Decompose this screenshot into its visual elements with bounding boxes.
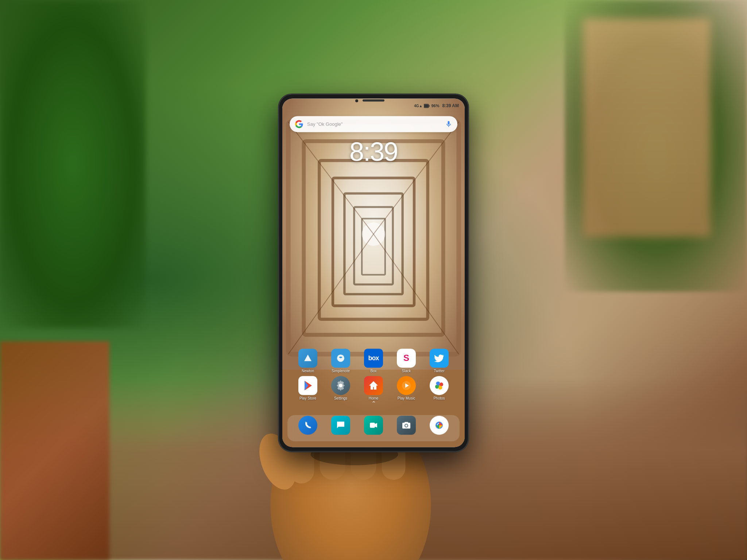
clock-widget: 8:39: [282, 139, 465, 165]
app-playmusic[interactable]: Play Music: [393, 376, 419, 400]
status-icons: 4G▲ 96% 8:39 AM: [414, 103, 459, 108]
app-settings[interactable]: Settings: [328, 376, 354, 400]
svg-rect-22: [429, 105, 430, 107]
app-playstore[interactable]: Play Store: [295, 376, 321, 400]
playmusic-icon: [397, 376, 416, 395]
google-search-bar[interactable]: Say "Ok Google": [290, 116, 457, 132]
box-icon: box: [364, 349, 383, 368]
signal-icon: 4G▲: [414, 104, 422, 108]
slack-icon: S: [397, 349, 416, 368]
app-box[interactable]: box Box: [360, 349, 387, 373]
svg-point-35: [405, 424, 407, 427]
app-row-2: Play Store Settings: [282, 376, 465, 400]
google-logo: [295, 120, 303, 128]
speaker: [363, 99, 384, 101]
twitter-label: Twitter: [426, 369, 452, 373]
app-home[interactable]: Home: [360, 376, 387, 400]
phone-screen: 4G▲ 96% 8:39 AM: [282, 98, 465, 447]
app-twitter[interactable]: Twitter: [426, 349, 452, 373]
app-slack[interactable]: S Slack: [393, 349, 419, 373]
app-drawer-handle[interactable]: ⌃: [282, 400, 465, 407]
front-camera: [355, 99, 358, 102]
svg-rect-23: [424, 104, 428, 107]
apps-container: Newton Simplenote box: [282, 349, 465, 403]
home-icon: [364, 376, 383, 395]
simplenote-label: Simplenote: [328, 369, 354, 373]
phone-icon: [298, 416, 317, 435]
simplenote-icon: [331, 349, 350, 368]
dock-camera[interactable]: [393, 416, 419, 436]
app-row-1: Newton Simplenote box: [282, 349, 465, 373]
newton-icon: [298, 349, 317, 368]
box-label: Box: [360, 369, 387, 373]
dock-chrome[interactable]: [426, 416, 452, 436]
chrome-icon: [430, 416, 449, 435]
playstore-icon: [298, 376, 317, 395]
phone-device: 4G▲ 96% 8:39 AM: [279, 94, 468, 451]
app-simplenote[interactable]: Simplenote: [328, 349, 354, 373]
app-photos[interactable]: Photos: [426, 376, 452, 400]
battery-percent: 96%: [431, 104, 439, 108]
battery-icon: [424, 104, 430, 108]
dock: [282, 416, 465, 436]
photos-icon: [430, 376, 449, 395]
mic-icon[interactable]: [445, 120, 452, 128]
newton-label: Newton: [295, 369, 321, 373]
clock-time: 8:39: [282, 139, 465, 165]
twitter-icon: [430, 349, 449, 368]
duo-icon: [364, 416, 383, 435]
camera-icon: [397, 416, 416, 435]
drawer-chevron-icon: ⌃: [371, 400, 376, 407]
time-display: 8:39 AM: [442, 103, 459, 108]
slack-label: Slack: [393, 369, 419, 373]
app-newton[interactable]: Newton: [295, 349, 321, 373]
messages-icon: [331, 416, 350, 435]
search-placeholder: Say "Ok Google": [307, 121, 445, 127]
dock-phone[interactable]: [295, 416, 321, 436]
svg-marker-32: [375, 423, 377, 427]
settings-icon: [331, 376, 350, 395]
svg-marker-24: [304, 354, 311, 361]
svg-rect-31: [370, 423, 375, 428]
svg-rect-36: [405, 422, 408, 423]
dock-duo[interactable]: [360, 416, 387, 436]
dock-messages[interactable]: [328, 416, 354, 436]
